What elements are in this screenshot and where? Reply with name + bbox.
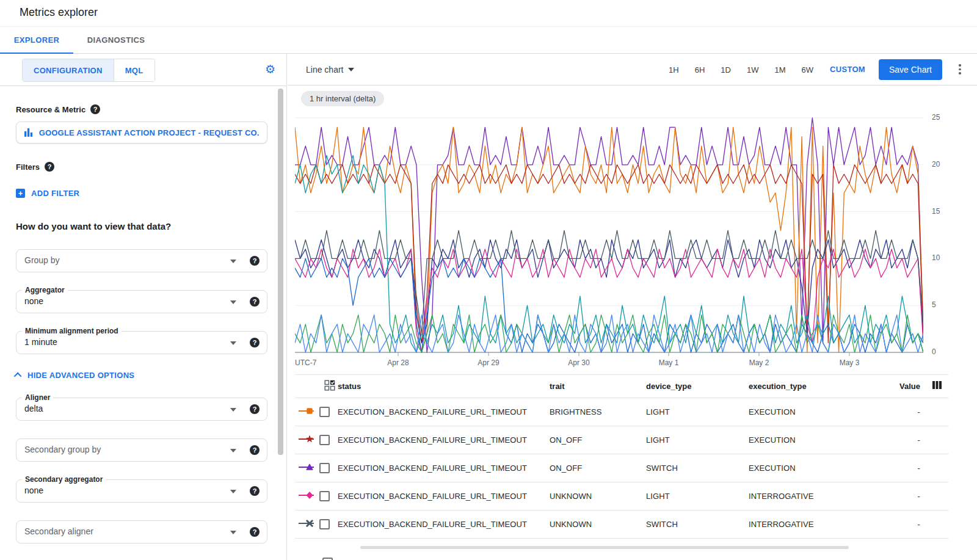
tab-explorer[interactable]: EXPLORER	[0, 27, 73, 54]
help-icon[interactable]: ?	[90, 104, 100, 114]
help-icon[interactable]: ?	[250, 527, 260, 537]
column-header-value[interactable]: Value	[883, 382, 924, 391]
cell-status: EXECUTION_BACKEND_FAILURE_URL_TIMEOUT	[338, 407, 550, 416]
more-options-kebab-icon[interactable]	[953, 62, 967, 77]
row-checkbox[interactable]	[319, 435, 330, 445]
group-by-select[interactable]: Group by ?	[16, 249, 267, 272]
column-header-execution-type[interactable]: execution_type	[749, 382, 883, 391]
line-chart-plot[interactable]: 0510152025 Apr 28Apr 29Apr 30May 1May 2M…	[295, 113, 923, 357]
aligner-label: Aligner	[22, 393, 53, 402]
help-icon[interactable]: ?	[45, 162, 54, 172]
aligner-select[interactable]: Aligner delta ?	[16, 398, 267, 421]
series-marker-icon	[298, 463, 316, 474]
configuration-toolbar: CONFIGURATION MQL ⚙	[0, 54, 286, 86]
cell-value: -	[883, 492, 924, 501]
aggregator-value: none	[24, 296, 43, 306]
title-bar: Metrics explorer	[0, 0, 977, 27]
chevron-down-icon	[230, 490, 236, 493]
add-filter-button[interactable]: + ADD FILTER	[16, 189, 261, 198]
table-horizontal-scrollbar[interactable]	[360, 546, 849, 549]
x-tick-label: May 2	[741, 358, 777, 367]
range-button-1m[interactable]: 1M	[774, 65, 785, 75]
add-filter-label: ADD FILTER	[31, 189, 79, 198]
cell-status: EXECUTION_BACKEND_FAILURE_URL_TIMEOUT	[338, 464, 550, 473]
row-checkbox[interactable]	[319, 491, 330, 501]
line-chart-svg	[295, 113, 923, 357]
secondary-group-by-select[interactable]: Secondary group by ?	[16, 438, 267, 462]
table-row[interactable]: EXECUTION_BACKEND_FAILURE_URL_TIMEOUTON_…	[295, 426, 948, 454]
range-button-6h[interactable]: 6H	[695, 65, 705, 75]
series-table: status trait device_type execution_type …	[295, 374, 948, 539]
aggregator-select[interactable]: Aggregator none ?	[16, 290, 267, 313]
row-checkbox[interactable]	[319, 407, 330, 417]
row-checkbox[interactable]	[319, 519, 330, 529]
column-header-device-type[interactable]: device_type	[646, 382, 749, 391]
range-button-1w[interactable]: 1W	[747, 65, 759, 75]
help-icon[interactable]: ?	[250, 445, 260, 455]
chart-type-dropdown[interactable]: Line chart	[306, 65, 354, 75]
chart-panel: Line chart 1H6H1D1W1M6W CUSTOM Save Char…	[288, 54, 977, 560]
configuration-tab-button[interactable]: CONFIGURATION	[23, 59, 114, 81]
help-icon[interactable]: ?	[250, 338, 260, 347]
min-alignment-period-select[interactable]: Minimum alignment period 1 minute ?	[16, 331, 267, 354]
table-row[interactable]: EXECUTION_BACKEND_FAILURE_URL_TIMEOUTUNK…	[295, 482, 948, 511]
chevron-down-icon	[230, 300, 236, 304]
cell-value: -	[883, 407, 924, 416]
tab-bar: EXPLORER DIAGNOSTICS	[0, 27, 977, 54]
range-button-1h[interactable]: 1H	[669, 65, 679, 75]
configuration-panel: CONFIGURATION MQL ⚙ Resource & Metric ? …	[0, 54, 287, 560]
resource-metric-section: Resource & Metric ?	[16, 104, 261, 114]
group-by-placeholder: Group by	[24, 255, 60, 265]
help-icon[interactable]: ?	[250, 486, 260, 496]
help-icon[interactable]: ?	[250, 404, 260, 414]
chevron-down-icon	[230, 408, 236, 412]
chevron-up-icon	[14, 373, 22, 380]
row-checkbox[interactable]	[319, 463, 330, 473]
left-panel-scrollbar[interactable]	[278, 89, 283, 455]
help-icon[interactable]: ?	[250, 297, 260, 307]
y-tick-label: 5	[932, 300, 949, 309]
tab-diagnostics[interactable]: DIAGNOSTICS	[73, 27, 159, 54]
save-chart-button[interactable]: Save Chart	[879, 59, 942, 80]
settings-gear-icon[interactable]: ⚙	[265, 62, 275, 78]
min-alignment-period-value: 1 minute	[24, 337, 57, 347]
cell-device-type: SWITCH	[646, 520, 749, 529]
secondary-aggregator-select[interactable]: Secondary aggregator none ?	[16, 479, 267, 503]
cell-trait: UNKNOWN	[550, 492, 646, 501]
hide-advanced-options-toggle[interactable]: HIDE ADVANCED OPTIONS	[16, 371, 261, 380]
x-tick-label: Apr 28	[380, 358, 416, 367]
cell-value: -	[883, 435, 924, 445]
aggregator-label: Aggregator	[22, 286, 68, 294]
plus-icon: +	[16, 189, 25, 198]
chevron-down-icon	[230, 260, 236, 263]
mql-tab-button[interactable]: MQL	[114, 59, 154, 81]
column-header-trait[interactable]: trait	[550, 382, 646, 391]
series-marker-icon	[298, 407, 316, 418]
y-tick-label: 20	[932, 160, 949, 169]
table-row[interactable]: EXECUTION_BACKEND_FAILURE_URL_TIMEOUTON_…	[295, 454, 948, 482]
select-all-icon[interactable]	[324, 380, 335, 393]
min-alignment-period-label: Minimum alignment period	[22, 327, 122, 335]
help-icon[interactable]: ?	[250, 256, 260, 266]
x-tick-label: May 3	[831, 358, 868, 367]
custom-range-button[interactable]: CUSTOM	[830, 65, 865, 74]
selected-metric-button[interactable]: GOOGLE ASSISTANT ACTION PROJECT - REQUES…	[16, 122, 267, 144]
y-tick-label: 0	[932, 347, 949, 356]
row-checkbox[interactable]	[322, 558, 333, 560]
series-table-header: status trait device_type execution_type …	[295, 374, 948, 398]
table-row[interactable]: EXECUTION_BACKEND_FAILURE_URL_TIMEOUTUNK…	[295, 511, 948, 539]
chart-type-label: Line chart	[306, 65, 343, 75]
range-button-1d[interactable]: 1D	[721, 65, 731, 75]
table-row[interactable]: EXECUTION_BACKEND_FAILURE_URL_TIMEOUTBRI…	[295, 398, 948, 426]
secondary-aligner-select[interactable]: Secondary aligner ?	[16, 520, 267, 544]
cell-execution-type: EXECUTION	[749, 464, 883, 473]
column-header-status[interactable]: status	[338, 382, 550, 391]
secondary-group-by-placeholder: Secondary group by	[24, 445, 101, 454]
chevron-down-icon	[348, 68, 354, 71]
cell-value: -	[883, 520, 924, 529]
cell-trait: ON_OFF	[550, 464, 646, 473]
column-settings-icon[interactable]	[932, 380, 942, 393]
cell-device-type: LIGHT	[646, 435, 749, 445]
x-tick-label: Apr 30	[561, 358, 597, 367]
range-button-6w[interactable]: 6W	[802, 65, 814, 75]
